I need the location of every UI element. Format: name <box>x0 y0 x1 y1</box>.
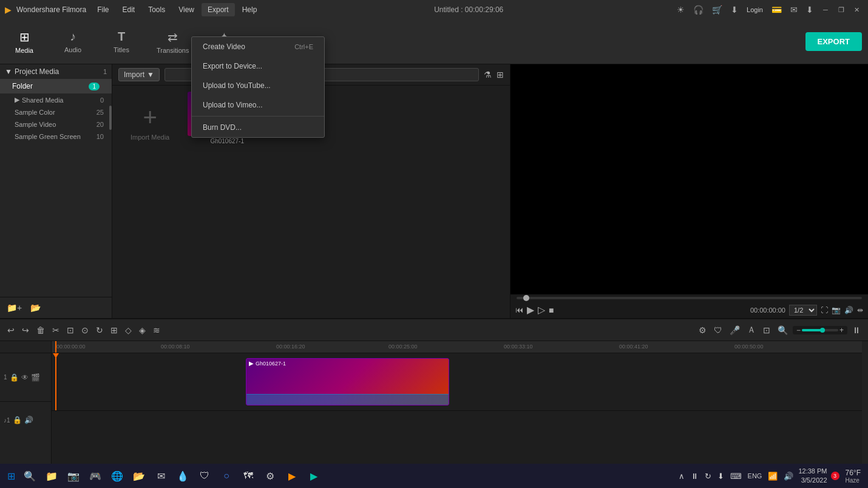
network-icon[interactable]: 📶 <box>767 470 779 482</box>
sample-green-item[interactable]: Sample Green Screen 10 <box>0 130 109 143</box>
import-dropdown[interactable]: Import ▼ <box>118 68 160 81</box>
notification-badge[interactable]: 3 <box>831 472 839 480</box>
play2-button[interactable]: ▷ <box>538 304 545 316</box>
headphone-icon[interactable]: 🎧 <box>691 4 706 16</box>
video-lock-icon[interactable]: 🔒 <box>10 373 19 382</box>
taskbar-explorer-icon[interactable]: 📁 <box>42 466 61 486</box>
taskbar-xbox-icon[interactable]: 🎮 <box>86 466 105 486</box>
quality-select[interactable]: 1/2 Full 1/4 <box>789 305 817 316</box>
toolbar-media[interactable]: ⊞ Media <box>6 27 42 56</box>
crop-button[interactable]: ⊡ <box>64 324 76 336</box>
taskbar-edge-icon[interactable]: 🌐 <box>107 466 127 486</box>
shield-icon[interactable]: 🛡 <box>711 324 725 336</box>
project-media-row[interactable]: ▼ Project Media 1 <box>0 64 112 79</box>
zoom-minus-btn[interactable]: − <box>795 326 802 334</box>
system-clock[interactable]: 12:38 PM 3/5/2022 <box>798 467 827 486</box>
export-to-device[interactable]: Export to Device... <box>192 56 324 76</box>
close-button[interactable]: ✕ <box>851 4 863 16</box>
progress-bar-track[interactable] <box>517 297 862 299</box>
fullscreen-icon[interactable]: ⛶ <box>821 306 828 314</box>
taskbar-camera-icon[interactable]: 📷 <box>64 466 83 486</box>
taskbar-files-icon[interactable]: 📂 <box>129 466 149 486</box>
taskbar-norton-icon[interactable]: 🛡 <box>195 466 214 486</box>
zoom-out-icon[interactable]: 🔍 <box>775 324 790 336</box>
prev-frame-button[interactable]: ⏮ <box>515 305 523 314</box>
tray-sync-icon[interactable]: ↻ <box>704 470 713 482</box>
taskbar-map-icon[interactable]: 🗺 <box>239 466 258 486</box>
mail-icon[interactable]: ✉ <box>788 4 800 16</box>
toolbar-audio[interactable]: ♪ Audio <box>55 27 91 56</box>
cut-button[interactable]: ✂ <box>50 324 62 336</box>
scrollbar-thumb[interactable] <box>109 106 112 130</box>
play-button[interactable]: ▶ <box>527 304 534 316</box>
menu-help[interactable]: Help <box>236 3 263 16</box>
sample-color-item[interactable]: Sample Color 25 <box>0 106 109 118</box>
taskbar-mail-icon[interactable]: ✉ <box>151 466 171 486</box>
login-label[interactable]: Login <box>744 5 765 15</box>
keyframe-button[interactable]: ◈ <box>137 324 148 336</box>
upload-youtube[interactable]: Upload to YouTube... <box>192 76 324 95</box>
menu-export[interactable]: Export <box>202 3 235 16</box>
screenshot-icon[interactable]: 📷 <box>832 306 841 314</box>
volume-tray-icon[interactable]: 🔊 <box>782 470 795 482</box>
volume-icon[interactable]: 🔊 <box>844 306 853 314</box>
trim-button[interactable]: ◇ <box>123 324 134 336</box>
menu-file[interactable]: File <box>91 3 115 16</box>
add-folder-icon[interactable]: 📁+ <box>5 301 24 314</box>
export-create-video[interactable]: Create Video Ctrl+E <box>192 37 324 56</box>
taskbar-vlc-icon[interactable]: ▶ <box>282 466 302 486</box>
taskbar-search-icon[interactable]: 🔍 <box>20 466 39 486</box>
tray-taskbar-icon1[interactable]: ⏸ <box>690 470 700 482</box>
zoom-knob[interactable] <box>820 328 825 333</box>
burn-dvd[interactable]: Burn DVD... <box>192 118 324 137</box>
start-button[interactable]: ⊞ <box>5 468 18 484</box>
redo-button[interactable]: ↪ <box>19 324 32 336</box>
settings-icon[interactable]: ⚙ <box>696 324 709 336</box>
text-icon[interactable]: Ａ <box>745 324 758 337</box>
cloud-download-icon[interactable]: ⬇ <box>804 4 816 16</box>
tray-update-icon[interactable]: ⬇ <box>716 470 725 482</box>
import-area[interactable]: + Import Media <box>118 92 181 153</box>
video-eye-icon[interactable]: 👁 <box>21 373 29 382</box>
filter-icon[interactable]: ⚗ <box>484 70 492 80</box>
progress-knob[interactable] <box>523 295 529 301</box>
split-button[interactable]: ⊞ <box>108 324 120 336</box>
cart-icon[interactable]: 🛒 <box>710 4 725 16</box>
card-icon[interactable]: 💳 <box>769 4 784 16</box>
pause-icon[interactable]: ⏸ <box>850 324 863 336</box>
maximize-button[interactable]: ❐ <box>835 4 847 16</box>
audio-button[interactable]: ≋ <box>151 324 163 336</box>
audio-mute-icon[interactable]: 🔊 <box>24 416 33 424</box>
toolbar-transitions[interactable]: ⇄ Transitions <box>152 27 194 56</box>
folder-row[interactable]: Folder 1 <box>0 79 112 93</box>
loop-button[interactable]: ↻ <box>93 324 106 336</box>
sun-icon[interactable]: ☀ <box>674 4 687 16</box>
menu-edit[interactable]: Edit <box>117 3 141 16</box>
tray-up-arrow[interactable]: ∧ <box>677 470 686 482</box>
sample-video-item[interactable]: Sample Video 20 <box>0 118 109 130</box>
taskbar-chrome-icon[interactable]: ○ <box>217 466 236 486</box>
download-icon[interactable]: ⬇ <box>728 4 741 16</box>
upload-vimeo[interactable]: Upload to Vimeo... <box>192 95 324 115</box>
speed-button[interactable]: ⊙ <box>79 324 91 336</box>
video-clip-gh010627[interactable]: ▶ Gh010627-1 <box>246 358 449 405</box>
stop-button[interactable]: ■ <box>549 305 554 315</box>
export-button[interactable]: EXPORT <box>805 32 862 51</box>
menu-view[interactable]: View <box>172 3 200 16</box>
taskbar-filmora-icon[interactable]: ▶ <box>304 466 324 486</box>
tray-keyboard-icon[interactable]: ⌨ <box>729 470 743 482</box>
mic-icon[interactable]: 🎤 <box>727 324 742 336</box>
shared-media-item[interactable]: ▶ Shared Media 0 <box>0 93 109 106</box>
zoom-slider[interactable] <box>802 329 838 331</box>
pip-icon[interactable]: ⊡ <box>761 324 773 336</box>
toolbar-titles[interactable]: T Titles <box>103 27 140 56</box>
undo-button[interactable]: ↩ <box>5 324 17 336</box>
audio-lock-icon[interactable]: 🔒 <box>13 416 22 424</box>
taskbar-dropbox-icon[interactable]: 💧 <box>173 466 192 486</box>
playhead[interactable] <box>55 353 56 410</box>
delete-button[interactable]: 🗑 <box>34 324 47 336</box>
weather-widget[interactable]: 76°F Haze <box>843 469 863 484</box>
language-label[interactable]: ENG <box>747 471 764 481</box>
grid-view-icon[interactable]: ⊞ <box>497 70 504 80</box>
taskbar-settings-icon[interactable]: ⚙ <box>260 466 280 486</box>
